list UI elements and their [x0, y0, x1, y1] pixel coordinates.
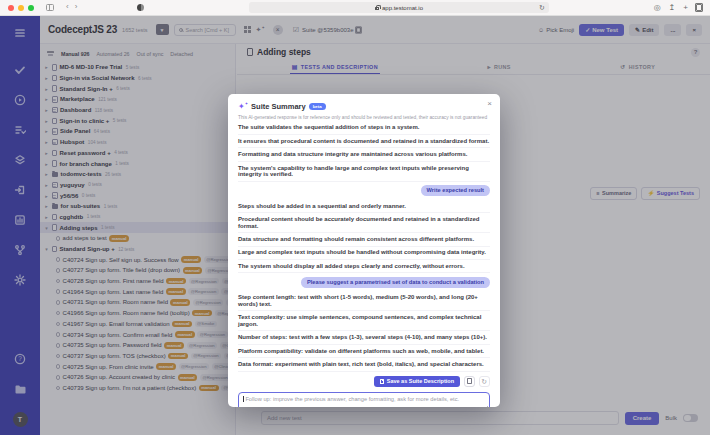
resize-grip[interactable]: [483, 406, 488, 407]
ai-response-line: Number of steps: test with a few steps (…: [238, 331, 490, 344]
modal-close-icon[interactable]: ×: [487, 100, 492, 108]
user-prompt-bubble: Write expected result: [421, 185, 490, 196]
tabs-icon[interactable]: [696, 4, 702, 11]
forward-icon[interactable]: ›: [75, 3, 78, 11]
ai-response-line: Procedural content should be accurately …: [238, 213, 490, 233]
profile-icon[interactable]: ◎: [654, 3, 661, 12]
close-window-icon[interactable]: [8, 5, 14, 11]
share-icon[interactable]: ↥: [669, 3, 676, 12]
beta-badge: beta: [309, 103, 326, 111]
reload-icon[interactable]: ↻: [539, 4, 545, 12]
browser-chrome: ‹ › app.testomat.io ↻ ◎ ↥ +: [0, 0, 710, 16]
ai-response-line: Large and complex text inputs should be …: [238, 247, 490, 260]
ai-conversation: The suite validates the sequential addit…: [238, 122, 490, 372]
suite-summary-modal: × ✦ Suite Summary beta This AI-generated…: [228, 94, 500, 407]
ai-response-line: Text complexity: use simple sentences, c…: [238, 311, 490, 331]
ai-response-line: Steps should be added in a sequential an…: [238, 200, 490, 213]
ai-response-line: Formatting and data structure integrity …: [238, 148, 490, 161]
address-bar[interactable]: app.testomat.io ↻: [249, 2, 549, 13]
sidebar-toggle-icon[interactable]: [46, 4, 54, 11]
modal-title: Suite Summary: [251, 102, 306, 111]
copy-response-button[interactable]: [464, 376, 476, 388]
ai-response-line: Data format: experiment with plain text,…: [238, 358, 490, 371]
back-icon[interactable]: ‹: [66, 3, 69, 11]
ai-response-line: Step content length: test with short (1-…: [238, 292, 490, 312]
new-tab-icon[interactable]: +: [683, 3, 688, 12]
app-window: CodeceptJS 23 1652 tests ▼ Search [Cmd +…: [0, 16, 710, 435]
ai-response-line: The suite validates the sequential addit…: [238, 122, 490, 135]
ai-response-line: The system should display all added step…: [238, 260, 490, 273]
maximize-window-icon[interactable]: [28, 5, 34, 11]
shield-icon[interactable]: [137, 4, 144, 11]
ai-response-line: It ensures that procedural content is do…: [238, 135, 490, 148]
ai-response-line: The system's capability to handle large …: [238, 162, 490, 182]
minimize-window-icon[interactable]: [18, 5, 24, 11]
copy-icon: [467, 378, 472, 384]
follow-up-input[interactable]: Follow up: improve the previous answer, …: [238, 392, 490, 407]
user-prompt-bubble: Please suggest a parametrised set of dat…: [301, 277, 490, 288]
save-as-description-button[interactable]: Save as Suite Description: [374, 376, 460, 388]
lock-icon: [375, 7, 379, 10]
refresh-icon: ↻: [481, 378, 487, 385]
follow-up-placeholder: Follow up: improve the previous answer, …: [245, 396, 459, 403]
ai-response-line: Data structure and formatting should rem…: [238, 233, 490, 246]
regenerate-button[interactable]: ↻: [479, 376, 491, 388]
window-controls[interactable]: [8, 5, 34, 11]
save-label: Save as Suite Description: [387, 379, 454, 385]
ai-disclaimer: This AI-generated response is for refere…: [238, 115, 490, 120]
text-cursor: [243, 396, 244, 403]
ai-sparkle-icon: ✦: [238, 102, 248, 111]
url-text: app.testomat.io: [382, 5, 423, 11]
ai-response-line: Platform compatibility: validate on diff…: [238, 345, 490, 358]
save-icon: [380, 379, 385, 384]
